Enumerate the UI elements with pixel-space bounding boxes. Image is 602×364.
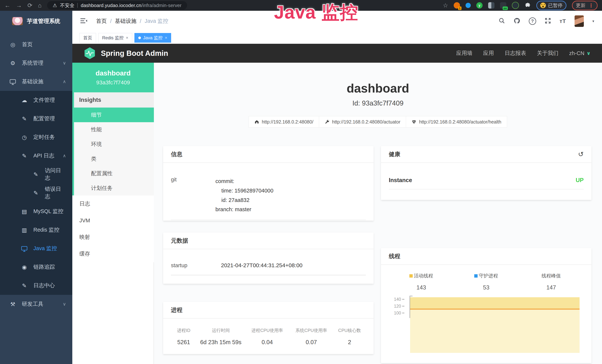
sidebar-item-label: 首页 xyxy=(22,41,33,48)
reload-icon[interactable]: ⟳ xyxy=(27,2,32,8)
instance-home-link[interactable]: http://192.168.0.2:48080/ xyxy=(249,116,319,128)
sba-item-details[interactable]: 细节 xyxy=(74,107,154,122)
instance-actuator-link[interactable]: http://192.168.0.2:48080/actuator xyxy=(319,116,406,128)
close-icon[interactable]: × xyxy=(165,35,167,40)
history-icon[interactable]: ↺ xyxy=(578,150,584,158)
security-label[interactable]: 不安全 xyxy=(60,2,74,9)
sidebar-item-scheduled-jobs[interactable]: ◷ 定时任务 xyxy=(0,128,72,147)
sba-main: dashboard Id: 93a3fc7f7409 http://192.16… xyxy=(154,63,602,364)
tab-redis-monitor[interactable]: Redis 监控 × xyxy=(98,33,132,43)
tab-home[interactable]: 首页 xyxy=(79,33,96,43)
wrench-icon xyxy=(325,119,329,124)
forward-icon[interactable]: → xyxy=(16,2,22,8)
back-icon[interactable]: ← xyxy=(4,2,10,8)
cards-grid: 信息 git commit: time: 1596289704000 id: 2… xyxy=(154,146,602,363)
process-table: 进程ID 5261 运行时间 6d 23h 15m 59s 进程CPU使用率 0… xyxy=(171,323,366,346)
sba-item-mappings[interactable]: 映射 xyxy=(72,229,154,246)
sidebar-item-redis-monitor[interactable]: ▥ Redis 监控 xyxy=(0,221,72,239)
sidebar-item-home[interactable]: ◎ 首页 xyxy=(0,35,72,54)
sba-item-scheduled-tasks[interactable]: 计划任务 xyxy=(74,181,154,195)
database-icon: ▤ xyxy=(20,208,28,215)
bookmark-star-icon[interactable]: ☆ xyxy=(443,2,448,8)
sba-instance-header[interactable]: dashboard 93a3fc7f7409 xyxy=(72,63,154,92)
sidebar-item-dev-tools[interactable]: ⚒ 研发工具 ∨ xyxy=(0,295,72,313)
extension-icon-y[interactable]: y xyxy=(476,2,483,9)
home-icon[interactable]: ⌂ xyxy=(38,2,42,8)
avatar[interactable] xyxy=(575,15,584,27)
search-icon[interactable] xyxy=(499,18,505,25)
paused-badge[interactable]: 已暂停 xyxy=(536,1,566,10)
tab-label: Java 监控 xyxy=(143,35,163,41)
help-icon[interactable]: ? xyxy=(529,17,536,25)
extension-icon-leaf[interactable] xyxy=(512,2,519,9)
sidebar-item-label: 定时任务 xyxy=(33,134,55,141)
extension-icon-pin[interactable] xyxy=(465,3,471,8)
extension-icon-switch[interactable]: on xyxy=(500,2,506,9)
cell-value: 5261 xyxy=(171,339,196,346)
process-col-cores: CPU核心数 2 xyxy=(333,327,366,346)
breadcrumb-separator: / xyxy=(110,18,112,24)
sba-item-logs[interactable]: 日志 xyxy=(72,195,154,212)
sidebar-item-access-logs[interactable]: ✎ 访问日志 xyxy=(0,165,72,183)
address-bar[interactable]: ⚠ 不安全 dashboard.yudao.iocoder.cn/infra/a… xyxy=(47,1,187,10)
sidebar-item-file-management[interactable]: ☁ 文件管理 xyxy=(0,91,72,109)
gear-icon: ⚙ xyxy=(9,60,17,66)
breadcrumb-infrastructure[interactable]: 基础设施 xyxy=(115,17,137,25)
sba-nav-applications[interactable]: 应用 xyxy=(483,50,494,57)
legend-yellow-icon xyxy=(409,274,413,278)
puzzle-icon[interactable] xyxy=(525,2,531,9)
sidebar-item-system[interactable]: ⚙ 系统管理 ∨ xyxy=(0,54,72,72)
sba-item-caches[interactable]: 缓存 xyxy=(72,246,154,262)
sidebar-item-label: 日志中心 xyxy=(33,282,55,289)
close-icon[interactable]: × xyxy=(126,35,128,40)
sidebar-item-label: Redis 监控 xyxy=(33,226,59,234)
health-instance-row[interactable]: Instance UP xyxy=(389,167,584,189)
legend-blue-icon xyxy=(474,274,478,278)
annotation-java-monitor: Java 监控 xyxy=(274,0,358,25)
gauge-icon: ◎ xyxy=(9,41,17,48)
sidebar-item-api-logs[interactable]: ✎ API 日志 ∧ xyxy=(0,147,72,165)
layers-icon: ▥ xyxy=(20,227,28,233)
stat-value: 143 xyxy=(389,284,454,291)
app-title: 芋道管理系统 xyxy=(27,17,60,25)
stat-value: 53 xyxy=(454,284,519,291)
sidebar-item-log-center[interactable]: ✎ 日志中心 xyxy=(0,276,72,295)
avatar-caret-icon[interactable]: ▾ xyxy=(592,19,594,23)
sba-brand[interactable]: Spring Boot Admin xyxy=(84,47,168,60)
sba-nav-wallboard[interactable]: 应用墙 xyxy=(456,50,473,57)
sidebar-item-label: 链路追踪 xyxy=(33,263,55,271)
sba-nav-about[interactable]: 关于我们 xyxy=(537,50,559,57)
sba-locale-select[interactable]: zh-CN ∨ xyxy=(569,50,591,56)
sba-item-metrics[interactable]: 性能 xyxy=(74,122,154,137)
info-value: commit: time: 1596289704000 id: 27aa832 … xyxy=(215,177,366,214)
threads-card: 线程 活动线程 143 守护进程 53 线 xyxy=(381,248,591,363)
sidebar-item-infrastructure[interactable]: 基础设施 ∧ xyxy=(0,72,72,91)
process-col-uptime: 运行时间 6d 23h 15m 59s xyxy=(196,327,245,346)
surprised-emoji-icon xyxy=(540,3,546,8)
hamburger-icon[interactable] xyxy=(80,18,87,25)
extension-icon-orange[interactable]: 1 xyxy=(454,2,460,9)
column-header: 运行时间 xyxy=(196,327,245,333)
sidebar-item-error-logs[interactable]: ✎ 错误日志 xyxy=(0,183,72,202)
sba-item-jvm[interactable]: JVM xyxy=(72,212,154,229)
update-button[interactable]: 更新 ⋮ xyxy=(572,1,598,10)
browser-menu-icon[interactable]: ⋮ xyxy=(589,2,594,9)
health-card-title: 健康 xyxy=(389,150,400,158)
sidebar-item-tracing[interactable]: ◉ 链路追踪 xyxy=(0,258,72,276)
sba-item-classes[interactable]: 类 xyxy=(74,151,154,166)
sba-brand-label: Spring Boot Admin xyxy=(101,49,168,57)
sidebar-item-config-management[interactable]: ✎ 配置管理 xyxy=(0,109,72,128)
sba-item-environment[interactable]: 环境 xyxy=(74,137,154,151)
sba-item-config-props[interactable]: 配置属性 xyxy=(74,166,154,181)
fullscreen-icon[interactable] xyxy=(545,18,551,25)
extension-icon-grid[interactable] xyxy=(488,2,494,9)
github-icon[interactable] xyxy=(514,17,520,25)
sidebar-item-java-monitor[interactable]: Java 监控 xyxy=(0,239,72,258)
font-size-icon[interactable]: тT xyxy=(559,18,566,24)
sidebar-item-mysql-monitor[interactable]: ▤ MySQL 监控 xyxy=(0,202,72,221)
sba-header: Spring Boot Admin 应用墙 应用 日志报表 关于我们 zh-CN… xyxy=(72,44,602,63)
breadcrumb-home[interactable]: 首页 xyxy=(96,17,107,25)
instance-health-link[interactable]: http://192.168.0.2:48080/actuator/health xyxy=(406,116,507,128)
sba-nav-journal[interactable]: 日志报表 xyxy=(505,50,526,57)
tab-java-monitor[interactable]: Java 监控 × xyxy=(134,33,171,43)
